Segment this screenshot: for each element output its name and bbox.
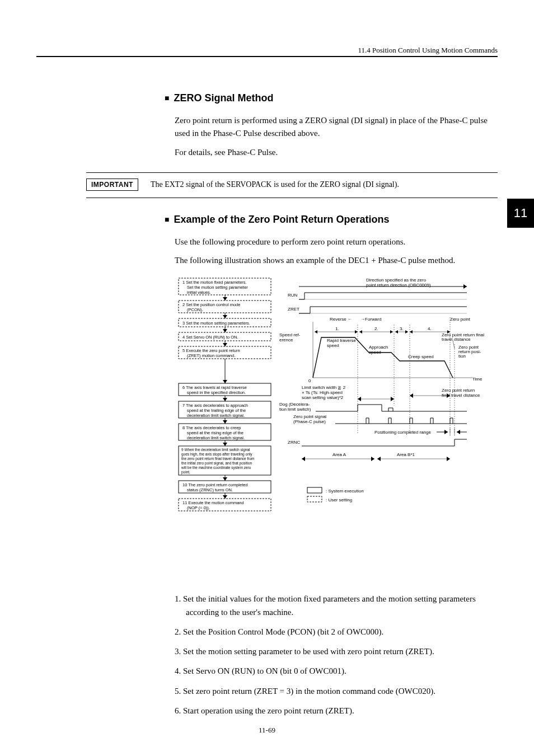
svg-text:× Ts (Ts: High-speed: × Ts (Ts: High-speed bbox=[302, 390, 343, 395]
svg-marker-83 bbox=[410, 330, 413, 334]
svg-text:Rapid traverse: Rapid traverse bbox=[327, 338, 357, 343]
list-item: 4. Set Servo ON (RUN) to ON (bit 0 of OW… bbox=[175, 665, 498, 678]
svg-marker-61 bbox=[463, 284, 467, 289]
chapter-tab: 11 bbox=[507, 199, 534, 228]
svg-text:0: 0 bbox=[308, 378, 311, 383]
svg-text:3.: 3. bbox=[400, 326, 404, 331]
list-item: 5. Set zero point return (ZRET = 3) in t… bbox=[175, 685, 498, 698]
svg-text:Zero point signal: Zero point signal bbox=[293, 414, 326, 419]
square-bullet-icon: ■ bbox=[165, 93, 169, 102]
svg-text:Direction specified as the zer: Direction specified as the zero bbox=[366, 278, 427, 283]
svg-rect-141 bbox=[307, 496, 322, 502]
svg-text:: User setting: : User setting bbox=[326, 497, 352, 503]
svg-marker-78 bbox=[390, 330, 393, 334]
svg-text:tion: tion bbox=[458, 354, 466, 359]
svg-text:Zero point return: Zero point return bbox=[442, 388, 475, 393]
svg-text:3  Set the motion setting para: 3 Set the motion setting parameters. bbox=[182, 321, 250, 326]
svg-text:Approach: Approach bbox=[369, 345, 388, 350]
page-number: 11-69 bbox=[259, 726, 275, 735]
page-content: ■ZERO Signal Method Zero point return is… bbox=[165, 92, 498, 724]
svg-text:(Phase-C pulse): (Phase-C pulse) bbox=[293, 419, 326, 424]
divider bbox=[86, 198, 498, 198]
svg-marker-75 bbox=[355, 330, 358, 334]
svg-text:initial values.: initial values. bbox=[187, 290, 211, 295]
svg-marker-112 bbox=[391, 397, 394, 401]
svg-marker-5 bbox=[223, 297, 227, 300]
heading-text: Example of the Zero Point Return Operati… bbox=[174, 214, 389, 225]
svg-text:1  Set the motion fixed parame: 1 Set the motion fixed parameters. bbox=[182, 280, 247, 285]
diagram: 1 Set the motion fixed parameters. Set t… bbox=[176, 277, 498, 581]
svg-text:1.: 1. bbox=[335, 326, 339, 331]
svg-text:Creep speed: Creep speed bbox=[408, 354, 434, 359]
svg-text:4.: 4. bbox=[428, 326, 432, 331]
svg-marker-74 bbox=[315, 330, 317, 334]
body-text: Use the following procedure to perform z… bbox=[175, 236, 498, 248]
svg-marker-135 bbox=[371, 457, 374, 461]
svg-text:Set the motion setting paramet: Set the motion setting parameter bbox=[187, 285, 248, 290]
header-rule bbox=[36, 56, 498, 57]
svg-text:goes high, the axis stops afte: goes high, the axis stops after travelin… bbox=[181, 452, 252, 457]
svg-marker-137 bbox=[377, 457, 381, 461]
svg-text:2  Set the position control mo: 2 Set the position control mode bbox=[182, 302, 240, 307]
svg-text:10 The zero point return compl: 10 The zero point return completed bbox=[182, 482, 248, 487]
svg-marker-127 bbox=[457, 430, 460, 434]
svg-marker-81 bbox=[405, 330, 408, 334]
svg-text:speed: speed bbox=[327, 343, 339, 348]
body-text: Zero point return is performed using a Z… bbox=[175, 114, 498, 140]
svg-text:speed in the specified directi: speed in the specified direction. bbox=[187, 390, 246, 395]
svg-text:Area B*1: Area B*1 bbox=[397, 452, 415, 457]
svg-text:speed: speed bbox=[369, 350, 381, 355]
svg-marker-10 bbox=[223, 315, 227, 318]
body-text: The following illustration shows an exam… bbox=[175, 254, 498, 267]
svg-marker-49 bbox=[223, 477, 227, 481]
svg-text:deceleration limit switch sign: deceleration limit switch signal. bbox=[187, 413, 245, 418]
list-item: 2. Set the Position Control Mode (PCON) … bbox=[175, 626, 498, 638]
divider bbox=[86, 172, 498, 173]
svg-marker-18 bbox=[223, 343, 227, 346]
body-text: For details, see Phase-C Pulse. bbox=[175, 146, 498, 159]
svg-marker-116 bbox=[410, 393, 413, 398]
svg-marker-40 bbox=[223, 443, 227, 446]
heading-text: ZERO Signal Method bbox=[174, 92, 273, 104]
timing-chart: Direction specified as the zero point re… bbox=[279, 278, 484, 503]
svg-text:4  Set Servo ON (RUN) to ON.: 4 Set Servo ON (RUN) to ON. bbox=[182, 335, 238, 340]
svg-marker-80 bbox=[395, 330, 398, 334]
header-section: 11.4 Position Control Using Motion Comma… bbox=[358, 46, 498, 55]
svg-text:Speed ref-: Speed ref- bbox=[279, 332, 301, 337]
svg-text:Zero point: Zero point bbox=[450, 317, 471, 322]
svg-marker-134 bbox=[302, 457, 305, 461]
svg-marker-77 bbox=[359, 330, 362, 334]
list-item: 6. Start operation using the zero point … bbox=[175, 705, 498, 717]
svg-text:: System execution: : System execution bbox=[326, 489, 364, 494]
list-item: 3. Set the motion setting parameter to b… bbox=[175, 645, 498, 658]
svg-marker-111 bbox=[358, 397, 361, 401]
important-note: IMPORTANT The EXT2 signal of the SERVOPA… bbox=[86, 179, 498, 191]
svg-text:6  The axis travels at rapid t: 6 The axis travels at rapid traverse bbox=[182, 385, 247, 390]
svg-text:Limit switch width ≧ 2: Limit switch width ≧ 2 bbox=[302, 385, 346, 390]
svg-marker-138 bbox=[447, 457, 450, 461]
svg-text:scan setting value)*2: scan setting value)*2 bbox=[302, 395, 344, 400]
svg-text:the initial zero point signal,: the initial zero point signal, and that … bbox=[181, 461, 252, 466]
svg-text:status (ZRNC) turns ON.: status (ZRNC) turns ON. bbox=[187, 487, 233, 492]
svg-text:Positioning completed range: Positioning completed range bbox=[374, 430, 432, 435]
svg-marker-28 bbox=[223, 398, 227, 401]
svg-text:Time: Time bbox=[472, 377, 483, 382]
svg-text:2.: 2. bbox=[374, 326, 378, 331]
list-item: 1. Set the initial values for the motion… bbox=[175, 593, 498, 619]
svg-text:erence: erence bbox=[279, 337, 293, 342]
svg-text:point return direction (OBC000: point return direction (OBC0009) bbox=[366, 283, 431, 288]
svg-text:(ZRET) motion command.: (ZRET) motion command. bbox=[187, 353, 235, 358]
svg-marker-23 bbox=[223, 380, 227, 383]
svg-marker-14 bbox=[223, 329, 227, 332]
svg-text:11 Execute the motion command: 11 Execute the motion command bbox=[182, 500, 244, 505]
svg-marker-34 bbox=[223, 420, 227, 424]
example-heading: ■Example of the Zero Point Return Operat… bbox=[165, 214, 498, 226]
svg-text:5  Execute the zero point retu: 5 Execute the zero point return bbox=[182, 348, 240, 353]
svg-text:will be the machine coordinate: will be the machine coordinate system ze… bbox=[181, 466, 251, 470]
svg-text:9 When the deceleration limit : 9 When the deceleration limit switch sig… bbox=[181, 448, 250, 452]
svg-text:8  The axis decelerates to cre: 8 The axis decelerates to creep bbox=[182, 425, 241, 430]
svg-text:ZRET: ZRET bbox=[288, 307, 299, 312]
svg-text:Area A: Area A bbox=[332, 452, 346, 457]
svg-marker-125 bbox=[444, 430, 448, 434]
svg-text:point.: point. bbox=[181, 470, 190, 475]
